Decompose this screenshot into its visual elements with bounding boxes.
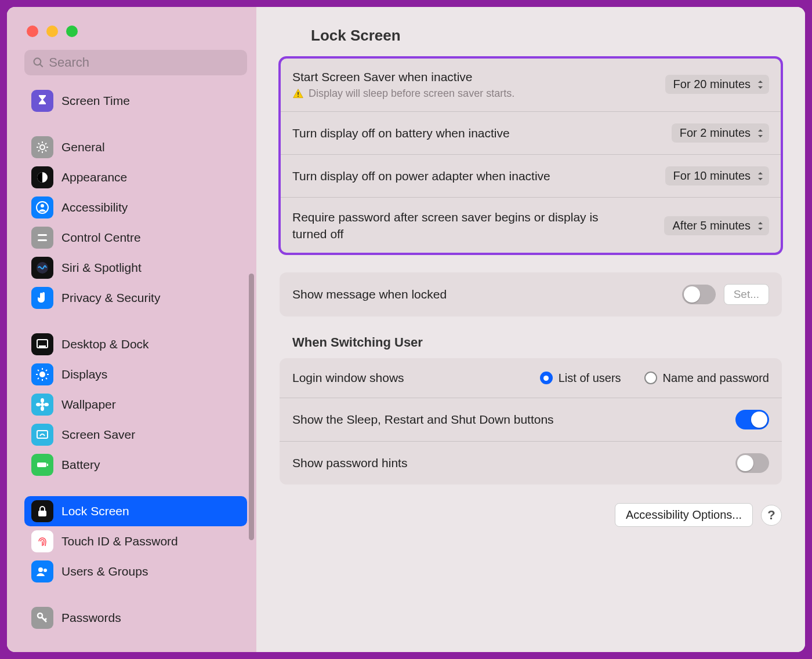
sidebar-item-label: Screen Saver xyxy=(61,428,135,442)
display-power-time-popup[interactable]: For 10 minutes xyxy=(665,166,769,185)
svg-rect-10 xyxy=(39,345,46,347)
label-show-message: Show message when locked xyxy=(292,286,447,303)
svg-point-21 xyxy=(41,398,44,403)
require-password-time-popup[interactable]: After 5 minutes xyxy=(664,216,769,235)
chevron-up-down-icon xyxy=(756,170,764,182)
svg-point-20 xyxy=(41,403,44,406)
svg-rect-32 xyxy=(298,92,299,95)
svg-rect-33 xyxy=(298,96,299,97)
svg-line-19 xyxy=(38,378,39,379)
sidebar-item-screen-time[interactable]: Screen Time xyxy=(24,86,247,116)
label-login-window-shows: Login window shows xyxy=(292,370,404,386)
svg-line-1 xyxy=(40,64,43,67)
sidebar-item-siri[interactable]: Siri & Spotlight xyxy=(24,253,247,283)
sidebar-item-appearance[interactable]: Appearance xyxy=(24,162,247,192)
sidebar-item-label: Passwords xyxy=(61,611,121,625)
svg-point-0 xyxy=(34,58,41,65)
display-battery-value: For 2 minutes xyxy=(680,126,751,140)
sidebar-item-general[interactable]: General xyxy=(24,132,247,162)
svg-point-2 xyxy=(40,145,45,150)
sidebar-item-label: Lock Screen xyxy=(61,504,129,518)
sidebar-item-label: Users & Groups xyxy=(61,565,148,578)
warning-icon xyxy=(292,88,304,100)
radio-list-of-users[interactable]: List of users xyxy=(540,372,621,385)
key-icon xyxy=(31,607,53,629)
svg-rect-27 xyxy=(47,464,48,466)
switching-user-panel: Login window shows List of users Name an… xyxy=(280,358,782,485)
close-window[interactable] xyxy=(27,26,38,37)
sidebar-item-label: Touch ID & Password xyxy=(61,534,178,548)
search-icon xyxy=(32,56,44,69)
row-login-window-shows: Login window shows List of users Name an… xyxy=(280,358,782,398)
sidebar-item-battery[interactable]: Battery xyxy=(24,450,247,480)
set-message-button[interactable]: Set... xyxy=(724,284,769,305)
svg-point-30 xyxy=(44,569,47,572)
sidebar-item-lock-screen[interactable]: Lock Screen xyxy=(24,496,247,526)
search-field[interactable] xyxy=(24,50,247,75)
svg-rect-6 xyxy=(38,234,47,236)
minimize-window[interactable] xyxy=(46,26,58,37)
search-input[interactable] xyxy=(49,55,239,70)
row-display-off-battery: Turn display off on battery when inactiv… xyxy=(280,112,782,155)
row-show-message: Show message when locked Set... xyxy=(280,272,782,316)
screen-saver-time-popup[interactable]: For 20 minutes xyxy=(665,75,769,94)
lock-icon xyxy=(31,500,53,522)
label-password-hints: Show password hints xyxy=(292,455,407,471)
window-controls xyxy=(24,20,247,50)
brightness-icon xyxy=(31,363,53,385)
page-title: Lock Screen xyxy=(311,27,782,45)
label-require-password: Require password after screen saver begi… xyxy=(292,209,617,242)
gear-icon xyxy=(31,136,53,158)
row-screen-saver-inactive: Start Screen Saver when inactive Display… xyxy=(280,57,782,112)
label-display-power: Turn display off on power adapter when i… xyxy=(292,168,550,184)
sidebar-item-screen-saver[interactable]: Screen Saver xyxy=(24,420,247,450)
radio-name-password[interactable]: Name and password xyxy=(644,372,769,385)
inactivity-panel: Start Screen Saver when inactive Display… xyxy=(280,57,782,254)
row-password-hints: Show password hints xyxy=(280,442,782,485)
display-battery-time-popup[interactable]: For 2 minutes xyxy=(672,123,769,143)
svg-rect-26 xyxy=(37,463,46,467)
lock-message-panel: Show message when locked Set... xyxy=(280,272,782,316)
row-show-sleep-restart: Show the Sleep, Restart and Shut Down bu… xyxy=(280,398,782,442)
label-display-battery: Turn display off on battery when inactiv… xyxy=(292,125,510,141)
warning-screen-saver: Display will sleep before screen saver s… xyxy=(292,88,514,100)
settings-window: Screen TimeGeneralAppearanceAccessibilit… xyxy=(7,7,805,652)
siri-icon xyxy=(31,257,53,279)
sleep-restart-toggle[interactable] xyxy=(735,410,769,429)
sidebar-item-privacy[interactable]: Privacy & Security xyxy=(24,283,247,313)
sidebar-item-label: Control Centre xyxy=(61,231,141,245)
sidebar-scrollbar[interactable] xyxy=(249,274,254,540)
hand-icon xyxy=(31,287,53,309)
sidebar-item-wallpaper[interactable]: Wallpaper xyxy=(24,389,247,420)
contrast-icon xyxy=(31,166,53,188)
svg-point-23 xyxy=(36,403,41,406)
sidebar-item-label: Privacy & Security xyxy=(61,291,160,305)
accessibility-options-button[interactable]: Accessibility Options... xyxy=(615,503,753,527)
svg-rect-28 xyxy=(38,511,46,516)
help-button[interactable]: ? xyxy=(761,505,782,526)
password-hints-toggle[interactable] xyxy=(735,453,769,473)
login-window-radio-group: List of users Name and password xyxy=(540,372,769,385)
content-area: Lock Screen Start Screen Saver when inac… xyxy=(256,7,805,652)
chevron-up-down-icon xyxy=(756,128,764,139)
svg-point-31 xyxy=(38,613,42,618)
zoom-window[interactable] xyxy=(66,26,78,37)
sidebar-item-passwords[interactable]: Passwords xyxy=(24,603,247,633)
sidebar-item-label: Siri & Spotlight xyxy=(61,261,142,275)
display-power-value: For 10 minutes xyxy=(673,169,751,183)
sidebar-item-control-centre[interactable]: Control Centre xyxy=(24,223,247,253)
sidebar-item-touch-id[interactable]: Touch ID & Password xyxy=(24,526,247,556)
users-icon xyxy=(31,560,53,582)
radio-indicator-on xyxy=(540,372,553,384)
svg-line-16 xyxy=(38,370,39,371)
sidebar-item-label: Displays xyxy=(61,367,107,381)
svg-line-17 xyxy=(46,378,47,379)
show-message-toggle[interactable] xyxy=(682,285,716,304)
sidebar-item-users-groups[interactable]: Users & Groups xyxy=(24,556,247,587)
sidebar-item-label: Appearance xyxy=(61,170,127,184)
sidebar-item-desktop-dock[interactable]: Desktop & Dock xyxy=(24,329,247,359)
sidebar-item-displays[interactable]: Displays xyxy=(24,359,247,389)
sidebar-item-accessibility[interactable]: Accessibility xyxy=(24,192,247,223)
label-sleep-restart: Show the Sleep, Restart and Shut Down bu… xyxy=(292,412,554,428)
person-icon xyxy=(31,196,53,219)
